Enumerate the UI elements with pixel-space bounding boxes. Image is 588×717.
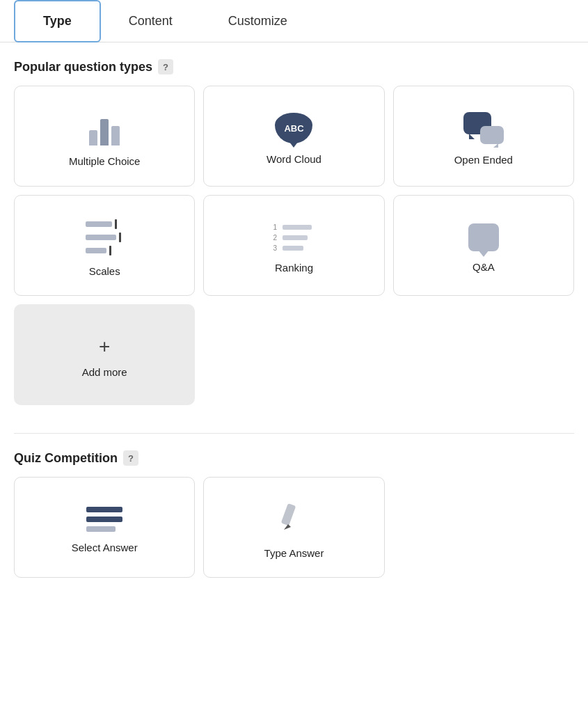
card-type-answer[interactable]: Type Answer <box>203 477 384 578</box>
card-qa[interactable]: Q&A <box>393 195 574 296</box>
card-open-ended[interactable]: Open Ended <box>393 86 574 187</box>
open-ended-icon <box>463 112 504 144</box>
quiz-cards-grid: Select Answer Type Answer <box>14 477 574 578</box>
add-plus-icon: + <box>99 337 110 356</box>
qa-icon <box>468 223 499 251</box>
svg-rect-0 <box>281 503 296 526</box>
card-label-type-answer: Type Answer <box>264 547 324 559</box>
card-word-cloud[interactable]: ABC Word Cloud <box>203 86 384 187</box>
card-ranking[interactable]: 1 2 3 Ranking <box>203 195 384 296</box>
card-label-open-ended: Open Ended <box>454 154 513 166</box>
card-label-select-answer: Select Answer <box>72 542 138 553</box>
tab-customize[interactable]: Customize <box>200 0 315 42</box>
word-cloud-icon: ABC <box>275 113 312 143</box>
select-answer-icon <box>86 507 122 532</box>
type-answer-icon <box>276 501 312 537</box>
card-label-word-cloud: Word Cloud <box>267 153 321 165</box>
ranking-icon: 1 2 3 <box>273 223 315 252</box>
quiz-section: Quiz Competition ? Select Answer Type An… <box>0 450 588 607</box>
tab-type[interactable]: Type <box>14 0 101 42</box>
card-label-multiple-choice: Multiple Choice <box>69 155 141 167</box>
bar-chart-icon <box>89 111 120 145</box>
card-add-more[interactable]: + Add more <box>14 304 195 405</box>
card-label-scales: Scales <box>89 265 120 277</box>
scales-icon <box>86 219 123 255</box>
card-label-ranking: Ranking <box>275 262 313 274</box>
quiz-heading: Quiz Competition ? <box>14 450 574 466</box>
popular-section: Popular question types ? Multiple Choice… <box>0 59 588 426</box>
card-label-add-more: Add more <box>82 366 127 378</box>
card-scales[interactable]: Scales <box>14 195 195 296</box>
popular-help-icon[interactable]: ? <box>158 59 173 74</box>
tab-content[interactable]: Content <box>101 0 200 42</box>
add-more-row: + Add more <box>14 304 574 405</box>
popular-cards-grid: Multiple Choice ABC Word Cloud Open Ende… <box>14 86 574 296</box>
tab-bar: Type Content Customize <box>0 0 588 42</box>
card-multiple-choice[interactable]: Multiple Choice <box>14 86 195 187</box>
popular-heading: Popular question types ? <box>14 59 574 74</box>
card-label-qa: Q&A <box>472 261 495 273</box>
quiz-help-icon[interactable]: ? <box>123 450 138 466</box>
section-divider <box>14 433 574 434</box>
card-select-answer[interactable]: Select Answer <box>14 477 195 578</box>
